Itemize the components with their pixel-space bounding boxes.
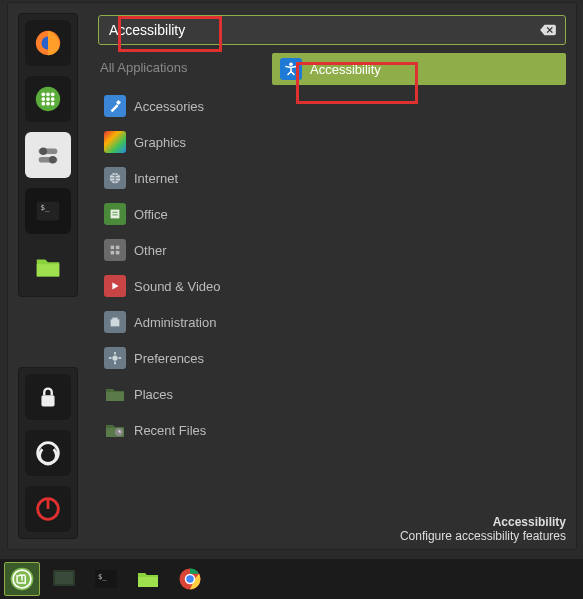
- taskbar-terminal[interactable]: $_: [88, 562, 124, 596]
- svg-text:$_: $_: [98, 573, 107, 581]
- category-list: All Applications Accessories Graphics: [98, 53, 268, 541]
- lock-button[interactable]: [25, 374, 71, 420]
- category-label: Other: [134, 243, 167, 258]
- logout-icon: [33, 438, 63, 468]
- svg-point-13: [40, 148, 48, 156]
- svg-rect-29: [116, 246, 120, 250]
- svg-point-5: [51, 92, 55, 96]
- office-icon: [104, 203, 126, 225]
- svg-rect-23: [116, 100, 121, 105]
- internet-icon: [104, 167, 126, 189]
- category-label: Accessories: [134, 99, 204, 114]
- favorite-settings-tweaks[interactable]: [25, 132, 71, 178]
- category-other[interactable]: Other: [98, 232, 268, 268]
- menu-main-column: All Applications Accessories Graphics: [88, 3, 576, 549]
- search-row: [98, 15, 566, 45]
- category-recent-files[interactable]: Recent Files: [98, 412, 268, 448]
- sound-video-icon: [104, 275, 126, 297]
- category-preferences[interactable]: Preferences: [98, 340, 268, 376]
- svg-rect-33: [111, 319, 120, 326]
- svg-point-6: [41, 97, 45, 101]
- favorites-rail: $_: [8, 3, 88, 549]
- logout-button[interactable]: [25, 430, 71, 476]
- result-label: Accessibility: [310, 62, 381, 77]
- category-label: Preferences: [134, 351, 204, 366]
- category-label: Recent Files: [134, 423, 206, 438]
- svg-rect-47: [55, 572, 73, 584]
- svg-marker-32: [112, 283, 118, 290]
- category-all-applications[interactable]: All Applications: [98, 53, 268, 82]
- category-label: Office: [134, 207, 168, 222]
- administration-icon: [104, 311, 126, 333]
- desktop-icon: [52, 568, 76, 590]
- svg-point-7: [46, 97, 50, 101]
- result-accessibility[interactable]: Accessibility: [272, 53, 566, 85]
- favorite-files[interactable]: [25, 244, 71, 290]
- favorite-apps-grid[interactable]: [25, 76, 71, 122]
- places-icon: [104, 383, 126, 405]
- taskbar-show-desktop[interactable]: [46, 562, 82, 596]
- favorites-container: $_: [18, 13, 78, 297]
- category-label: Administration: [134, 315, 216, 330]
- mint-logo-icon: [9, 566, 35, 592]
- svg-point-3: [41, 92, 45, 96]
- folder-icon: [136, 569, 160, 589]
- category-office[interactable]: Office: [98, 196, 268, 232]
- svg-point-15: [49, 156, 57, 164]
- power-button[interactable]: [25, 486, 71, 532]
- chrome-icon: [178, 567, 202, 591]
- app-tooltip: Accessibility Configure accessibility fe…: [400, 515, 566, 543]
- recent-files-icon: [104, 419, 126, 441]
- apps-grid-icon: [33, 84, 63, 114]
- category-label: Graphics: [134, 135, 186, 150]
- favorite-firefox[interactable]: [25, 20, 71, 66]
- svg-point-53: [186, 575, 194, 583]
- system-buttons-container: [18, 367, 78, 539]
- svg-point-4: [46, 92, 50, 96]
- taskbar-mint-menu[interactable]: [4, 562, 40, 596]
- graphics-icon: [104, 131, 126, 153]
- svg-rect-18: [37, 264, 60, 276]
- tooltip-description: Configure accessibility features: [400, 529, 566, 543]
- toggles-icon: [33, 140, 63, 170]
- terminal-icon: $_: [94, 568, 118, 590]
- mint-menu-panel: $_: [7, 2, 577, 550]
- taskbar: $_: [0, 559, 583, 599]
- category-accessories[interactable]: Accessories: [98, 88, 268, 124]
- svg-rect-28: [111, 246, 115, 250]
- svg-rect-30: [111, 251, 115, 255]
- backspace-icon: [539, 23, 557, 37]
- svg-point-8: [51, 97, 55, 101]
- category-label: Sound & Video: [134, 279, 221, 294]
- svg-rect-19: [41, 395, 54, 406]
- category-label: All Applications: [100, 60, 187, 75]
- category-label: Internet: [134, 171, 178, 186]
- svg-rect-40: [106, 392, 124, 401]
- clear-search-button[interactable]: [539, 22, 557, 38]
- svg-point-43: [289, 62, 293, 66]
- svg-rect-25: [111, 210, 120, 219]
- firefox-icon: [33, 28, 63, 58]
- favorite-terminal[interactable]: $_: [25, 188, 71, 234]
- category-internet[interactable]: Internet: [98, 160, 268, 196]
- category-sound-video[interactable]: Sound & Video: [98, 268, 268, 304]
- content-row: All Applications Accessories Graphics: [98, 53, 566, 541]
- taskbar-files[interactable]: [130, 562, 166, 596]
- category-administration[interactable]: Administration: [98, 304, 268, 340]
- svg-text:$_: $_: [41, 203, 51, 212]
- svg-rect-31: [116, 251, 120, 255]
- tooltip-title: Accessibility: [400, 515, 566, 529]
- svg-point-11: [51, 102, 55, 106]
- preferences-icon: [104, 347, 126, 369]
- accessibility-icon: [280, 58, 302, 80]
- svg-point-9: [41, 102, 45, 106]
- lock-icon: [33, 382, 63, 412]
- results-list: Accessibility: [272, 53, 566, 541]
- category-graphics[interactable]: Graphics: [98, 124, 268, 160]
- svg-point-10: [46, 102, 50, 106]
- search-input[interactable]: [107, 18, 539, 42]
- taskbar-chrome[interactable]: [172, 562, 208, 596]
- category-places[interactable]: Places: [98, 376, 268, 412]
- category-label: Places: [134, 387, 173, 402]
- terminal-icon: $_: [33, 196, 63, 226]
